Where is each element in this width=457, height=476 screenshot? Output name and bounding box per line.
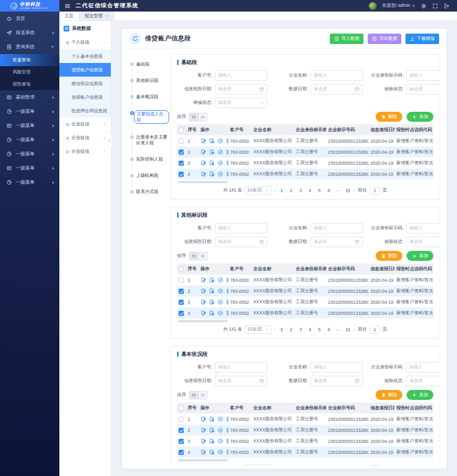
row-checkbox[interactable] xyxy=(179,278,184,283)
anchor-item-6[interactable]: 上级机构段 xyxy=(125,173,169,178)
page-button-3[interactable]: 3 xyxy=(297,327,304,332)
sort-asc-button[interactable] xyxy=(189,252,199,260)
select-input[interactable]: 请选择 xyxy=(215,98,267,108)
tree-item-4[interactable]: 抵质押合同信息段 xyxy=(59,104,111,118)
row-checkbox[interactable] xyxy=(179,311,184,316)
tab-close-icon[interactable] xyxy=(105,14,109,18)
tab-1[interactable]: 报文管理 xyxy=(79,12,115,20)
sort-desc-button[interactable] xyxy=(198,391,207,399)
prev-page-button[interactable]: ‹ xyxy=(274,188,276,193)
check-circle-action-button[interactable] xyxy=(217,427,223,433)
prev-page-button[interactable]: ‹ xyxy=(274,327,276,332)
text-input[interactable]: 请输入 xyxy=(406,70,440,81)
record-action-button[interactable] xyxy=(226,299,228,305)
tree-group-2[interactable]: 企业征信 xyxy=(59,131,111,145)
check-circle-action-button[interactable] xyxy=(217,438,223,444)
edit-doc-action-button[interactable] xyxy=(201,310,206,316)
date-picker[interactable]: 请选择 xyxy=(310,84,363,94)
sort-desc-button[interactable] xyxy=(198,252,207,260)
record-action-button[interactable] xyxy=(226,310,228,316)
record-action-button[interactable] xyxy=(226,138,228,144)
page-size-select[interactable]: 10条/页 xyxy=(245,325,272,334)
delete-button[interactable]: 删除 xyxy=(376,251,402,261)
tree-root[interactable]: 系统数据 xyxy=(59,21,111,36)
next-page-button[interactable]: › xyxy=(354,327,356,332)
page-button-5[interactable]: 5 xyxy=(316,188,323,193)
tree-group-0[interactable]: 个人征信 xyxy=(59,36,111,49)
view-doc-action-button[interactable] xyxy=(209,416,215,422)
sidebar-item-7[interactable]: 一级菜单 xyxy=(0,147,59,161)
page-button-5[interactable]: 5 xyxy=(316,327,323,332)
goto-page-input[interactable] xyxy=(370,187,380,195)
edit-doc-action-button[interactable] xyxy=(201,138,206,144)
edit-doc-action-button[interactable] xyxy=(201,288,206,294)
view-doc-action-button[interactable] xyxy=(209,438,215,444)
check-circle-action-button[interactable] xyxy=(217,171,223,177)
check-circle-action-button[interactable] xyxy=(217,288,223,294)
select-all-checkbox[interactable] xyxy=(179,406,184,411)
edit-doc-action-button[interactable] xyxy=(201,416,206,422)
fullscreen-button[interactable] xyxy=(432,3,438,9)
text-input[interactable]: 请输入 xyxy=(215,70,267,81)
sidebar-item-3[interactable]: 基础管理 xyxy=(0,90,59,104)
export-data-button[interactable]: 导出数据 xyxy=(368,34,401,44)
record-action-button[interactable] xyxy=(226,277,228,283)
delete-button[interactable]: 删除 xyxy=(376,112,402,122)
sidebar-subitem-0[interactable]: 前置查询 xyxy=(0,54,59,66)
logout-button[interactable] xyxy=(444,3,450,9)
sidebar-item-9[interactable]: 一级菜单 xyxy=(0,175,59,189)
view-doc-action-button[interactable] xyxy=(209,149,215,155)
select-input[interactable]: 请选择 xyxy=(406,237,440,247)
sidebar-item-2[interactable]: 查询系统 xyxy=(0,40,59,54)
view-doc-action-button[interactable] xyxy=(209,277,215,283)
download-template-button[interactable]: 下载模版 xyxy=(406,34,439,44)
sidebar-subitem-2[interactable]: 报告落地 xyxy=(0,78,59,90)
anchor-item-7[interactable]: 联系方式段 xyxy=(125,189,169,195)
view-doc-action-button[interactable] xyxy=(209,288,215,294)
text-input[interactable]: 请输入 xyxy=(310,362,363,373)
row-checkbox[interactable] xyxy=(179,289,184,294)
check-circle-action-button[interactable] xyxy=(217,310,223,316)
page-button-2[interactable]: 2 xyxy=(288,327,295,332)
view-doc-action-button[interactable] xyxy=(209,160,215,166)
user-menu[interactable]: 欢迎您! admin xyxy=(382,3,415,9)
text-input[interactable]: 请输入 xyxy=(310,223,363,234)
row-checkbox[interactable] xyxy=(179,428,184,433)
text-input[interactable]: 请输入 xyxy=(215,223,267,234)
add-button[interactable]: 添加 xyxy=(407,390,433,400)
add-button[interactable]: 添加 xyxy=(407,251,433,261)
edit-doc-action-button[interactable] xyxy=(201,449,206,455)
record-action-button[interactable] xyxy=(226,171,228,177)
hamburger-icon[interactable] xyxy=(65,3,70,9)
sidebar-item-8[interactable]: 一级菜单 xyxy=(0,161,59,175)
record-action-button[interactable] xyxy=(226,427,228,433)
tree-group-3[interactable]: 企业征信 xyxy=(59,145,111,158)
page-size-select[interactable]: 10条/页 xyxy=(245,464,272,466)
view-doc-action-button[interactable] xyxy=(209,171,215,177)
view-doc-action-button[interactable] xyxy=(209,427,215,433)
sort-asc-button[interactable] xyxy=(189,391,199,399)
edit-doc-action-button[interactable] xyxy=(201,171,206,177)
delete-button[interactable]: 删除 xyxy=(376,390,402,400)
sidebar-item-0[interactable]: 首页 xyxy=(0,12,59,26)
date-picker[interactable]: 请选择 xyxy=(310,376,363,386)
row-checkbox[interactable] xyxy=(179,172,184,177)
edit-doc-action-button[interactable] xyxy=(201,277,206,283)
row-checkbox[interactable] xyxy=(179,417,184,422)
select-all-checkbox[interactable] xyxy=(179,128,184,133)
anchor-item-1[interactable]: 其他标识段 xyxy=(125,78,169,83)
row-checkbox[interactable] xyxy=(179,450,184,455)
goto-page-input[interactable] xyxy=(370,326,380,334)
sort-asc-button[interactable] xyxy=(189,113,199,121)
next-page-button[interactable]: › xyxy=(354,188,356,193)
sidebar-item-4[interactable]: 一级菜单 xyxy=(0,104,59,119)
page-button-6[interactable]: 6 xyxy=(326,188,333,193)
anchor-item-4[interactable]: 注册资本及主要出资人段 xyxy=(125,134,169,146)
row-checkbox[interactable] xyxy=(179,161,184,166)
page-button-2[interactable]: 2 xyxy=(288,188,295,193)
date-picker[interactable]: 请选择 xyxy=(215,84,267,94)
tree-item-1[interactable]: 借贷账户信息段 xyxy=(59,63,111,77)
check-circle-action-button[interactable] xyxy=(217,138,223,144)
page-button-4[interactable]: 4 xyxy=(307,327,314,332)
text-input[interactable]: 请输入 xyxy=(310,70,363,81)
